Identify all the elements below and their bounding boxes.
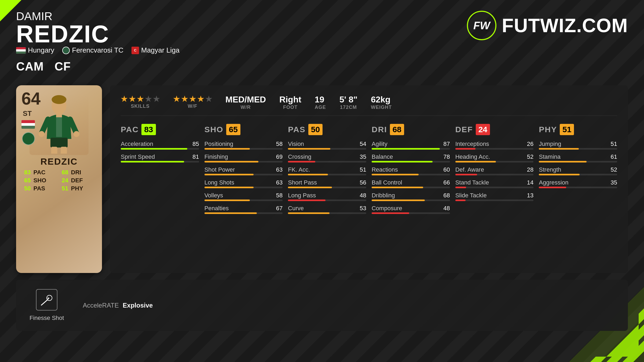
stat-bar-container [372,174,450,175]
stat-category-def: DEF 24 Interceptions 26 Heading Acc. 52 … [455,124,534,218]
cat-name-pas: PAS [288,125,305,134]
stat-bar-container [455,200,534,201]
player-name-section: DAMIR REDZIC Hungary Ferencvarosi TC C M… [16,11,180,80]
stat-attr-name: Stand Tackle [455,179,489,186]
stat-category-pac: PAC 83 Acceleration 85 Sprint Speed 81 [121,124,199,218]
fw-icon: FW [473,20,490,32]
stat-attr-value: 51 [611,141,617,147]
height-value: 5' 8" [339,95,357,105]
stat-bar-container [539,161,617,162]
stat-bar [455,161,496,162]
stat-bar [121,148,187,150]
card-stat-pac: 83 PAC [24,169,56,176]
stat-attr-value: 87 [443,141,450,147]
stat-bar [372,212,409,214]
accelerate-value: Explosive [123,302,153,309]
card-position-label: ST [23,109,32,118]
stat-row: Stand Tackle 14 [455,179,534,188]
stat-attr-name: Def. Aware [455,166,484,173]
stat-attr-name: Long Shots [204,179,234,186]
stat-attr-name: Composure [372,205,402,212]
stat-bar-container [372,212,450,214]
wf-star4: ★ [197,95,204,104]
stat-attr-value: 60 [443,166,450,173]
stat-attr-name: Dribbling [372,192,395,199]
card-stat-def: 24 DEF [62,177,94,184]
cat-name-def: DEF [455,125,473,134]
stat-bar-container [288,161,366,162]
stat-bar-container [455,161,534,162]
stat-bar-container [455,174,534,175]
svg-point-8 [74,131,79,137]
svg-point-5 [52,95,67,104]
cat-header-sho: SHO 65 [204,124,283,135]
stat-attr-value: 48 [443,205,450,212]
stat-row: Heading Acc. 52 [455,153,534,162]
club-badge-icon [62,47,70,54]
info-wf: ★ ★ ★ ★ ★ W/F [173,95,212,110]
stat-bar [539,187,566,188]
stat-row: Positioning 58 [204,141,283,150]
header: DAMIR REDZIC Hungary Ferencvarosi TC C M… [16,11,628,80]
stat-attr-value: 63 [276,179,283,186]
stat-category-sho: SHO 65 Positioning 58 Finishing 69 Shot … [204,124,283,218]
stat-attr-value: 58 [276,141,283,147]
player-info-row: ★ ★ ★ ★ ★ SKILLS ★ ★ ★ ★ ★ [121,95,617,116]
stat-attr-value: 54 [360,141,366,147]
svg-rect-11 [61,147,67,154]
stat-bar [455,174,477,175]
cat-header-dri: DRI 68 [372,124,450,135]
stat-category-pas: PAS 50 Vision 54 Crossing 35 FK. Acc. 51… [288,124,366,218]
stat-bar-container [288,148,366,150]
stat-attr-name: Vision [288,141,304,147]
stat-bar [455,148,476,150]
club-label: Ferencvarosi TC [72,46,123,54]
position-cam: CAM [16,60,44,73]
stat-attr-name: Long Pass [288,192,316,199]
main-content: DAMIR REDZIC Hungary Ferencvarosi TC C M… [0,0,644,362]
svg-line-18 [41,300,47,305]
stat-attr-name: Agility [372,141,387,147]
cat-value-def: 24 [476,124,490,135]
stat-attr-name: Volleys [204,192,223,199]
stat-row: Acceleration 85 [121,141,199,150]
weight-value: 62kg [371,95,392,105]
accelerate-info: AcceleRATE Explosive [83,302,153,309]
stat-attr-value: 35 [360,153,366,160]
wf-star5: ★ [205,95,212,104]
info-weight: 62kg WEIGHT [371,95,392,110]
stat-bar-container [539,148,617,150]
age-value: 19 [315,95,326,105]
stat-row: Slide Tackle 13 [455,192,534,201]
stat-row: Sprint Speed 81 [121,153,199,162]
card-stat-sho: 65 SHO [24,177,56,184]
accelerate-label: AcceleRATE [83,302,119,309]
stat-attr-value: 85 [192,141,199,147]
player-last-name: REDZIC [16,22,180,46]
stat-attr-value: 52 [527,153,533,160]
stat-row: Vision 54 [288,141,366,150]
card-stat-phy: 51 PHY [62,185,94,192]
stat-attr-value: 13 [527,192,533,199]
stat-bar-container [288,200,366,201]
meta-row: Hungary Ferencvarosi TC C Magyar Liga [16,46,180,54]
stat-bar [121,161,184,162]
stat-attr-name: Acceleration [121,141,153,147]
stat-bar-container [288,212,366,214]
stat-bar-container [372,200,450,201]
cat-name-pac: PAC [121,125,139,134]
svg-rect-9 [50,138,68,147]
stat-attr-value: 14 [527,179,533,186]
position-cf: CF [54,60,71,73]
stat-row: Ball Control 66 [372,179,450,188]
stat-attr-value: 68 [443,192,450,199]
trait-finesse-shot: ★ Finesse Shot [30,289,64,322]
stat-attr-value: 67 [276,205,283,212]
info-skills: ★ ★ ★ ★ ★ SKILLS [121,95,160,110]
stat-attr-name: Crossing [288,153,311,160]
stat-bar [539,174,580,175]
cat-name-sho: SHO [204,125,224,134]
cat-value-sho: 65 [226,124,240,135]
stat-bar [455,200,466,201]
svg-text:★: ★ [47,297,49,300]
